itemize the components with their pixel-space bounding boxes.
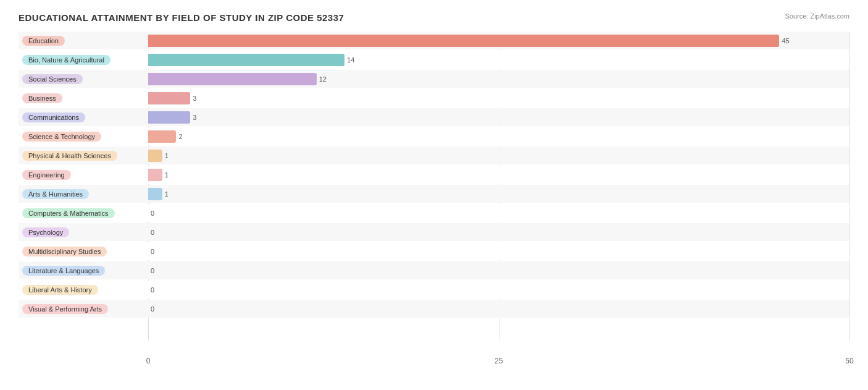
bar-value: 45 xyxy=(782,37,789,45)
bar-value: 0 xyxy=(151,229,154,236)
bar-value: 1 xyxy=(165,152,169,159)
bar-value: 0 xyxy=(151,267,154,274)
bar-row: Arts & Humanities1 xyxy=(19,185,849,203)
bar-row: Computers & Mathematics0 xyxy=(19,204,849,222)
chart-area: Education45Bio, Nature & Agricultural14S… xyxy=(19,32,849,365)
bar-row: Communications3 xyxy=(19,108,849,126)
bar-fill xyxy=(148,169,162,181)
bar-label-pill: Education xyxy=(22,36,65,46)
bar-label-pill: Social Sciences xyxy=(22,74,83,84)
x-axis: 0 25 50 xyxy=(148,347,849,365)
bar-row: Education45 xyxy=(19,32,849,49)
bar-track: 1 xyxy=(148,146,849,164)
bar-label: Visual & Performing Arts xyxy=(19,300,148,318)
bar-track: 0 xyxy=(148,242,849,260)
bar-value: 3 xyxy=(193,114,196,121)
bars-section: Education45Bio, Nature & Agricultural14S… xyxy=(19,32,849,341)
bar-row: Business3 xyxy=(19,89,849,107)
bar-row: Visual & Performing Arts0 xyxy=(19,300,849,318)
bar-fill xyxy=(148,130,176,143)
bar-track: 0 xyxy=(148,204,849,222)
bar-track: 14 xyxy=(148,51,849,69)
bar-fill xyxy=(148,111,190,124)
bar-track: 3 xyxy=(148,108,849,126)
chart-title: EDUCATIONAL ATTAINMENT BY FIELD OF STUDY… xyxy=(19,12,849,23)
bar-track: 0 xyxy=(148,223,849,241)
bar-row: Literature & Languages0 xyxy=(19,261,849,279)
bar-label: Business xyxy=(19,89,148,107)
bar-value: 3 xyxy=(193,95,196,102)
bar-track: 0 xyxy=(148,281,849,299)
bar-fill xyxy=(148,35,779,47)
bar-fill xyxy=(148,92,190,104)
bar-value: 0 xyxy=(151,248,154,255)
bar-value: 0 xyxy=(151,210,154,217)
bar-label-pill: Arts & Humanities xyxy=(22,189,89,199)
bar-fill xyxy=(148,150,162,162)
bar-row: Liberal Arts & History0 xyxy=(19,281,849,299)
bar-row: Psychology0 xyxy=(19,223,849,241)
bar-track: 0 xyxy=(148,261,849,279)
bar-value: 1 xyxy=(165,190,169,198)
bar-label: Computers & Mathematics xyxy=(19,204,148,222)
bar-track: 3 xyxy=(148,89,849,107)
bar-value: 0 xyxy=(151,305,154,313)
bar-value: 12 xyxy=(319,75,327,83)
bar-label-pill: Bio, Nature & Agricultural xyxy=(22,55,111,65)
bar-row: Bio, Nature & Agricultural14 xyxy=(19,51,849,69)
bar-label: Multidisciplinary Studies xyxy=(19,242,148,260)
bar-value: 2 xyxy=(178,133,182,140)
bar-label-pill: Literature & Languages xyxy=(22,266,105,276)
bar-track: 1 xyxy=(148,166,849,184)
bar-label-pill: Physical & Health Sciences xyxy=(22,151,117,161)
bar-label: Physical & Health Sciences xyxy=(19,146,148,164)
x-label-25: 25 xyxy=(495,357,503,365)
bar-row: Physical & Health Sciences1 xyxy=(19,146,849,164)
bar-label-pill: Business xyxy=(22,93,62,103)
bar-label-pill: Engineering xyxy=(22,170,71,180)
bar-label-pill: Psychology xyxy=(22,227,69,237)
bar-track: 0 xyxy=(148,300,849,318)
bar-row: Multidisciplinary Studies0 xyxy=(19,242,849,260)
bar-label: Engineering xyxy=(19,166,148,184)
bar-label-pill: Liberal Arts & History xyxy=(22,285,98,295)
bar-track: 12 xyxy=(148,70,849,88)
bar-track: 2 xyxy=(148,127,849,145)
bar-label: Arts & Humanities xyxy=(19,185,148,203)
bar-fill xyxy=(148,188,162,200)
bar-label: Liberal Arts & History xyxy=(19,281,148,299)
bar-label-pill: Computers & Mathematics xyxy=(22,208,115,218)
bar-row: Engineering1 xyxy=(19,166,849,184)
x-label-0: 0 xyxy=(146,357,151,365)
bar-label-pill: Communications xyxy=(22,112,85,122)
bar-label-pill: Science & Technology xyxy=(22,132,101,142)
x-label-50: 50 xyxy=(845,357,853,365)
bar-track: 45 xyxy=(148,32,849,49)
bar-fill xyxy=(148,73,317,85)
bar-label: Psychology xyxy=(19,223,148,241)
bar-label-pill: Multidisciplinary Studies xyxy=(22,247,107,256)
bar-value: 14 xyxy=(347,56,354,64)
grid-line-50 xyxy=(849,32,850,341)
bar-label: Literature & Languages xyxy=(19,261,148,279)
source-text: Source: ZipAtlas.com xyxy=(785,12,849,20)
bar-track: 1 xyxy=(148,185,849,203)
bar-value: 0 xyxy=(151,286,154,294)
bar-row: Science & Technology2 xyxy=(19,127,849,145)
bar-value: 1 xyxy=(165,171,169,179)
bar-label: Social Sciences xyxy=(19,70,148,88)
bar-label-pill: Visual & Performing Arts xyxy=(22,304,108,314)
bar-label: Science & Technology xyxy=(19,127,148,145)
chart-container: EDUCATIONAL ATTAINMENT BY FIELD OF STUDY… xyxy=(0,0,868,390)
bar-label: Communications xyxy=(19,108,148,126)
bar-fill xyxy=(148,54,344,66)
bar-label: Bio, Nature & Agricultural xyxy=(19,51,148,69)
bar-row: Social Sciences12 xyxy=(19,70,849,88)
bar-label: Education xyxy=(19,32,148,49)
